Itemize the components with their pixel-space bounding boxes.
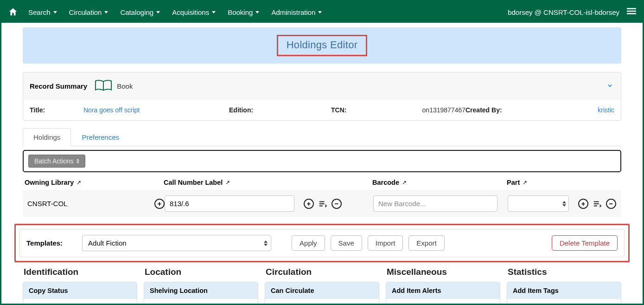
- edition-label: Edition:: [229, 106, 253, 114]
- header-barcode[interactable]: Barcode↗: [372, 179, 507, 186]
- part-input[interactable]: [508, 195, 569, 212]
- nav-right: bdorsey @ CNSRT-COL-isl-bdorsey: [508, 6, 636, 18]
- owning-library-cell: CNSRT-COL +: [26, 199, 165, 209]
- barcode-cell: [373, 195, 508, 212]
- location-column: Location Shelving Location Stacks (EG-IN…: [144, 267, 258, 304]
- page-title: Holdings Editor: [277, 35, 368, 56]
- nav-search[interactable]: Search: [28, 8, 57, 16]
- tab-holdings[interactable]: Holdings: [23, 128, 71, 146]
- call-number-input[interactable]: [165, 195, 294, 212]
- batch-container: Batch Actions: [23, 150, 621, 172]
- add-owning-library-icon[interactable]: +: [154, 199, 165, 209]
- tcn-value: on1319877467: [422, 106, 465, 114]
- templates-label: Templates:: [26, 239, 63, 247]
- item-tags-card: Add Item Tags Item Tags: [507, 282, 621, 304]
- export-button[interactable]: Export: [408, 235, 444, 251]
- nav-acquisitions[interactable]: Acquisitions: [172, 8, 216, 16]
- menu-icon[interactable]: [627, 6, 636, 18]
- part-cell: + −: [508, 195, 618, 212]
- user-identity[interactable]: bdorsey @ CNSRT-COL-isl-bdorsey: [508, 8, 619, 16]
- arrow-icon: ↗: [225, 179, 230, 186]
- item-tags-header: Add Item Tags: [507, 282, 621, 299]
- apply-button[interactable]: Apply: [292, 235, 325, 251]
- nav-circulation[interactable]: Circulation: [69, 8, 108, 16]
- home-icon[interactable]: [8, 7, 18, 17]
- shelving-location-header: Shelving Location: [144, 282, 258, 299]
- save-button[interactable]: Save: [331, 235, 362, 251]
- record-summary-label: Record Summary: [30, 82, 87, 90]
- record-summary-header[interactable]: Record Summary Book: [23, 72, 621, 100]
- identification-column: Identification Copy Status In process 1 …: [23, 267, 137, 304]
- nav-administration[interactable]: Administration: [271, 8, 322, 16]
- templates-row: Templates: Apply Save Import Export Dele…: [19, 229, 625, 257]
- svg-rect-2: [627, 13, 636, 14]
- part-spinner[interactable]: [562, 201, 566, 207]
- nav-cataloging[interactable]: Cataloging: [120, 8, 160, 16]
- call-number-cell: + −: [165, 195, 373, 212]
- copy-status-card[interactable]: Copy Status In process 1 copy: [23, 282, 137, 304]
- page-banner: Holdings Editor: [23, 27, 621, 64]
- circulation-column: Circulation Can Circulate Yes 1 copy Is …: [265, 267, 379, 304]
- tab-preferences[interactable]: Preferences: [71, 128, 130, 146]
- can-circulate-header: Can Circulate: [265, 282, 379, 299]
- edit-call-number-icon[interactable]: [319, 200, 327, 208]
- created-by-label: Created By:: [465, 106, 502, 114]
- attribute-columns: Identification Copy Status In process 1 …: [23, 267, 621, 304]
- can-circulate-card[interactable]: Can Circulate Yes 1 copy: [265, 282, 379, 304]
- chevron-down-icon: [53, 11, 57, 13]
- barcode-input[interactable]: [373, 195, 497, 212]
- chevron-down-icon: [104, 11, 108, 13]
- svg-rect-1: [627, 11, 636, 12]
- statistics-title: Statistics: [508, 267, 621, 277]
- chevron-down-icon: [255, 11, 259, 13]
- book-icon: [95, 79, 112, 93]
- chevron-down-icon: [156, 11, 160, 13]
- location-title: Location: [145, 267, 258, 277]
- delete-template-button[interactable]: Delete Template: [552, 235, 618, 251]
- remove-call-number-icon[interactable]: −: [332, 199, 342, 209]
- template-select-wrap: [82, 235, 271, 251]
- header-part[interactable]: Part↗: [507, 179, 619, 186]
- main-content: Holdings Editor Record Summary Book Titl…: [1, 23, 643, 304]
- header-owning-library[interactable]: Owning Library↗: [25, 179, 164, 186]
- template-select[interactable]: [82, 235, 271, 251]
- nav-booking[interactable]: Booking: [228, 8, 259, 16]
- miscellaneous-column: Miscellaneous Add Item Alerts Item Alert…: [386, 267, 500, 304]
- add-part-icon[interactable]: +: [578, 199, 588, 209]
- owning-library-value: CNSRT-COL: [27, 200, 150, 208]
- arrow-icon: ↗: [402, 179, 407, 186]
- miscellaneous-title: Miscellaneous: [387, 267, 500, 277]
- title-link[interactable]: Nora goes off script: [83, 106, 140, 114]
- item-alerts-card: Add Item Alerts Item Alerts: [386, 282, 500, 304]
- import-button[interactable]: Import: [368, 235, 403, 251]
- record-details: Title: Nora goes off script Edition: TCN…: [23, 100, 621, 120]
- edit-part-icon[interactable]: [593, 200, 601, 208]
- created-by-link[interactable]: kristic: [598, 106, 614, 114]
- title-label: Title:: [30, 106, 76, 114]
- identification-title: Identification: [24, 267, 137, 277]
- item-alerts-header: Add Item Alerts: [386, 282, 500, 299]
- circulation-title: Circulation: [266, 267, 379, 277]
- remove-part-icon[interactable]: −: [606, 199, 616, 209]
- add-call-number-icon[interactable]: +: [304, 199, 314, 209]
- shelving-location-card[interactable]: Shelving Location Stacks (EG-IN) 1 copy: [144, 282, 258, 304]
- template-spinner[interactable]: [264, 240, 268, 246]
- tabs: Holdings Preferences: [23, 128, 621, 146]
- chevron-down-icon[interactable]: [606, 82, 613, 91]
- record-format: Book: [117, 82, 133, 90]
- chevron-down-icon: [318, 11, 322, 13]
- header-call-number-label[interactable]: Call Number Label↗: [164, 179, 372, 186]
- top-nav: Search Circulation Cataloging Acquisitio…: [1, 1, 643, 23]
- templates-highlight: Templates: Apply Save Import Export Dele…: [14, 224, 630, 262]
- record-summary-card: Record Summary Book Title: Nora goes off…: [23, 72, 621, 121]
- batch-actions-button[interactable]: Batch Actions: [28, 155, 85, 168]
- arrow-icon: ↗: [523, 179, 527, 186]
- nav-menu: Search Circulation Cataloging Acquisitio…: [28, 8, 322, 16]
- copy-status-header: Copy Status: [23, 282, 137, 299]
- tcn-label: TCN:: [331, 106, 346, 114]
- sort-icon: [77, 159, 79, 163]
- arrow-icon: ↗: [77, 179, 81, 186]
- svg-rect-0: [627, 8, 636, 9]
- column-headers: Owning Library↗ Call Number Label↗ Barco…: [23, 179, 621, 186]
- statistics-column: Statistics Add Item Tags Item Tags Add I…: [507, 267, 621, 304]
